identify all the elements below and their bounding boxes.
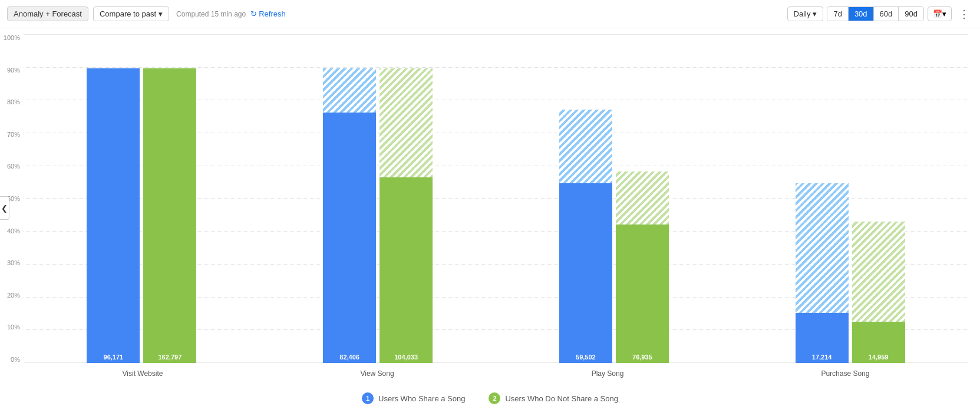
y-label-10: 10% [0, 323, 20, 331]
legend: 1 Users Who Share a Song 2 Users Who Do … [0, 381, 980, 416]
bar-solid-0-1: 162,797 [143, 68, 196, 363]
more-options-button[interactable]: ⋮ [955, 6, 973, 22]
bar-solid-2-0: 59,502 [559, 183, 612, 363]
chevron-down-icon: ▾ [813, 9, 817, 18]
y-label-40: 40% [0, 227, 20, 235]
chart-area: 100% 90% 80% 70% 60% 50% 40% 30% 20% 10%… [0, 28, 980, 381]
bar-value-2-1: 76,935 [632, 354, 652, 361]
bar-forecast-1-0 [323, 68, 376, 113]
y-label-90: 90% [0, 67, 20, 74]
right-controls: Daily ▾ 7d 30d 60d 90d 📅 ▾ ⋮ [787, 6, 973, 22]
bar-wrapper-2-1: 76,935 [616, 171, 669, 363]
bar-wrapper-0-0: 96,171 [87, 68, 140, 363]
bar-group-1: 82,406104,033 [323, 68, 433, 363]
x-labels: Visit WebsiteView SongPlay SongPurchase … [24, 363, 968, 381]
compare-to-past-button[interactable]: Compare to past ▾ [93, 6, 169, 21]
anomaly-forecast-button[interactable]: Anomaly + Forecast [7, 6, 88, 21]
legend-item-2: 2 Users Who Do Not Share a Song [489, 392, 618, 404]
bar-solid-3-1: 14,959 [852, 322, 905, 363]
calendar-button[interactable]: 📅 ▾ [928, 6, 952, 21]
bar-wrapper-1-1: 104,033 [380, 68, 433, 363]
time-btn-60d[interactable]: 60d [874, 7, 899, 21]
bar-value-3-0: 17,214 [812, 354, 832, 361]
x-label-1: View Song [360, 369, 394, 378]
x-label-0: Visit Website [123, 369, 163, 378]
calendar-icon: 📅 [933, 9, 942, 18]
y-label-70: 70% [0, 131, 20, 138]
legend-dot-blue: 1 [362, 392, 374, 404]
legend-label-2: Users Who Do Not Share a Song [505, 394, 618, 403]
toolbar: Anomaly + Forecast Compare to past ▾ Com… [0, 0, 980, 28]
bar-solid-0-0: 96,171 [87, 68, 140, 363]
bar-solid-3-0: 17,214 [796, 313, 849, 363]
y-label-80: 80% [0, 98, 20, 105]
y-label-20: 20% [0, 292, 20, 299]
computed-timestamp: Computed 15 min ago [176, 10, 246, 18]
bar-forecast-2-0 [559, 110, 612, 183]
time-btn-30d[interactable]: 30d [849, 7, 874, 21]
bar-wrapper-0-1: 162,797 [143, 68, 196, 363]
bar-solid-1-0: 82,406 [323, 113, 376, 363]
x-label-3: Purchase Song [821, 369, 869, 378]
y-label-0: 0% [0, 356, 20, 363]
time-btn-90d[interactable]: 90d [899, 7, 923, 21]
chevron-down-icon: ▾ [942, 9, 946, 18]
bar-wrapper-3-0: 17,214 [796, 183, 849, 363]
bar-wrapper-2-0: 59,502 [559, 110, 612, 363]
legend-dot-green: 2 [489, 392, 500, 404]
refresh-icon: ↻ [250, 9, 257, 18]
bar-group-0: 96,171162,797 [87, 68, 196, 363]
x-label-2: Play Song [592, 369, 624, 378]
time-range-selector: 7d 30d 60d 90d [827, 6, 924, 21]
scroll-left-arrow[interactable]: ❮ [0, 196, 9, 220]
bar-group-2: 59,50276,935 [559, 110, 669, 363]
bar-forecast-1-1 [380, 68, 433, 177]
bar-value-0-1: 162,797 [158, 354, 182, 361]
bar-value-0-0: 96,171 [104, 354, 124, 361]
bar-forecast-2-1 [616, 171, 669, 224]
bar-value-3-1: 14,959 [869, 354, 889, 361]
bars-container: 96,171162,79782,406104,03359,50276,93517… [24, 34, 968, 363]
legend-label-1: Users Who Share a Song [378, 394, 465, 403]
daily-dropdown-button[interactable]: Daily ▾ [787, 6, 824, 21]
chevron-down-icon: ▾ [159, 9, 163, 18]
legend-item-1: 1 Users Who Share a Song [362, 392, 465, 404]
refresh-button[interactable]: ↻ Refresh [250, 9, 286, 18]
y-label-30: 30% [0, 259, 20, 266]
bar-forecast-3-0 [796, 183, 849, 313]
time-btn-7d[interactable]: 7d [827, 7, 848, 21]
bar-wrapper-3-1: 14,959 [852, 222, 905, 363]
y-label-100: 100% [0, 34, 20, 41]
bar-group-3: 17,21414,959 [796, 183, 905, 363]
bar-value-1-1: 104,033 [394, 354, 418, 361]
y-label-60: 60% [0, 163, 20, 170]
bar-forecast-3-1 [852, 222, 905, 322]
bar-wrapper-1-0: 82,406 [323, 68, 376, 363]
bar-value-2-0: 59,502 [576, 354, 596, 361]
bar-solid-1-1: 104,033 [380, 177, 433, 363]
bar-value-1-0: 82,406 [339, 354, 359, 361]
bar-solid-2-1: 76,935 [616, 224, 669, 363]
chart-main: 96,171162,79782,406104,03359,50276,93517… [24, 28, 980, 381]
